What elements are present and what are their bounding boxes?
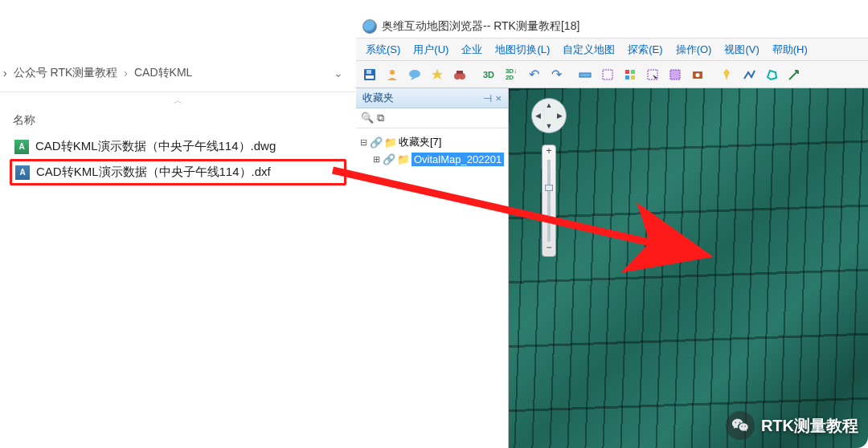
svg-point-4 xyxy=(409,70,420,78)
close-panel-icon[interactable]: × xyxy=(495,92,502,104)
tree-child[interactable]: ⊞ 🔗 📁 OvitalMap_202201 xyxy=(359,151,505,168)
star-icon[interactable] xyxy=(427,64,448,85)
redo-icon[interactable]: ↷ xyxy=(546,64,567,85)
chevron-right-icon: › xyxy=(124,67,128,79)
zoom-slider-track[interactable] xyxy=(547,160,551,242)
app-globe-icon xyxy=(362,19,377,34)
menu-custom-map[interactable]: 自定义地图 xyxy=(556,39,621,60)
path-icon[interactable] xyxy=(739,64,760,85)
polygon-icon[interactable] xyxy=(761,64,782,85)
zoom-out-icon[interactable]: − xyxy=(546,242,551,256)
file-name: CAD转KML演示数据（中央子午线114）.dwg xyxy=(35,139,276,154)
favorites-title: 收藏夹 xyxy=(362,91,394,105)
svg-point-6 xyxy=(459,73,465,79)
file-name: CAD转KML演示数据（中央子午线114）.dxf xyxy=(36,165,271,180)
menu-enterprise[interactable]: 企业 xyxy=(455,39,489,60)
folder-icon: 📁 xyxy=(384,136,397,149)
pin-panel-icon[interactable]: ⊣ xyxy=(483,92,492,104)
satellite-map-image xyxy=(509,88,868,448)
collapse-icon[interactable]: ⊟ xyxy=(359,137,368,148)
collapse-caret-icon[interactable]: ︿ xyxy=(0,92,356,107)
color-grid-icon[interactable] xyxy=(620,64,641,85)
grid-icon[interactable] xyxy=(597,64,618,85)
svg-rect-2 xyxy=(366,70,371,74)
tree-root-label: 收藏夹[7] xyxy=(399,135,441,149)
favorites-header: 收藏夹 ⊣ × xyxy=(356,88,508,108)
folder-icon: 📁 xyxy=(397,153,410,165)
file-item-dwg[interactable]: A CAD转KML演示数据（中央子午线114）.dwg xyxy=(10,134,346,159)
undo-icon[interactable]: ↶ xyxy=(523,64,544,85)
menu-explore[interactable]: 探索(E) xyxy=(621,39,669,60)
zoom-control[interactable]: + − xyxy=(542,145,556,257)
3d2d-icon[interactable]: 3D↓2D xyxy=(501,64,522,85)
screenshot-icon[interactable] xyxy=(687,64,708,85)
toolbar: 3D 3D↓2D ↶ ↷ xyxy=(356,61,868,88)
menu-system[interactable]: 系统(S) xyxy=(359,39,407,60)
svg-rect-1 xyxy=(366,75,374,79)
dwg-file-icon: A xyxy=(14,140,29,154)
layers-icon[interactable]: ⧉ xyxy=(377,112,384,124)
wechat-icon xyxy=(726,411,755,440)
pan-up-icon[interactable]: ▲ xyxy=(546,101,553,109)
search-icon[interactable]: 🔍 xyxy=(361,112,374,124)
breadcrumb[interactable]: › 公众号 RTK测量教程 › CAD转KML ⌄ xyxy=(0,55,356,92)
file-item-dxf[interactable]: A CAD转KML演示数据（中央子午线114）.dxf xyxy=(10,159,346,185)
title-bar: 奥维互动地图浏览器-- RTK测量教程[18] xyxy=(356,14,868,39)
column-header-name[interactable]: 名称 xyxy=(0,107,356,134)
breadcrumb-segment[interactable]: 公众号 RTK测量教程 xyxy=(14,66,118,80)
chevron-right-icon: › xyxy=(3,67,7,79)
map-browser-pane: 奥维互动地图浏览器-- RTK测量教程[18] 系统(S) 用户(U) 企业 地… xyxy=(356,0,868,448)
pan-control[interactable]: ▲ ▼ xyxy=(531,98,567,133)
link-icon: 🔗 xyxy=(383,153,395,165)
ruler-icon[interactable] xyxy=(575,64,596,85)
select-area-icon[interactable] xyxy=(665,64,686,85)
save-icon[interactable] xyxy=(359,64,380,85)
favorites-tree: ⊟ 🔗 📁 收藏夹[7] ⊞ 🔗 📁 OvitalMap_202201 xyxy=(356,128,508,173)
menu-view[interactable]: 视图(V) xyxy=(718,39,765,60)
zoom-slider-thumb[interactable] xyxy=(545,185,553,191)
chat-icon[interactable] xyxy=(404,64,425,85)
watermark-text: RTK测量教程 xyxy=(761,415,858,437)
pan-down-icon[interactable]: ▼ xyxy=(546,122,553,130)
map-view[interactable]: ▲ ▼ + − xyxy=(509,88,868,448)
svg-rect-15 xyxy=(670,70,680,79)
svg-rect-11 xyxy=(631,70,635,74)
tree-child-label: OvitalMap_202201 xyxy=(411,153,504,166)
svg-rect-13 xyxy=(631,75,635,79)
menu-map-switch[interactable]: 地图切换(L) xyxy=(489,39,556,60)
menu-help[interactable]: 帮助(H) xyxy=(766,39,814,60)
svg-rect-9 xyxy=(603,70,612,79)
user-icon[interactable] xyxy=(382,64,403,85)
tree-root[interactable]: ⊟ 🔗 📁 收藏夹[7] xyxy=(359,133,505,151)
breadcrumb-segment[interactable]: CAD转KML xyxy=(134,66,192,80)
menu-operate[interactable]: 操作(O) xyxy=(669,39,719,60)
svg-rect-10 xyxy=(625,70,629,74)
chevron-down-icon[interactable]: ⌄ xyxy=(334,67,343,79)
favorites-panel: 收藏夹 ⊣ × 🔍 ⧉ ⊟ 🔗 📁 收藏夹[7] ⊞ 🔗 📁 xyxy=(356,88,509,448)
menu-user[interactable]: 用户(U) xyxy=(407,39,455,60)
favorites-toolbar: 🔍 ⧉ xyxy=(356,108,508,128)
window-title: 奥维互动地图浏览器-- RTK测量教程[18] xyxy=(382,19,579,34)
link-icon: 🔗 xyxy=(370,136,383,149)
menu-bar: 系统(S) 用户(U) 企业 地图切换(L) 自定义地图 探索(E) 操作(O)… xyxy=(356,39,868,61)
svg-rect-12 xyxy=(625,75,629,79)
3d-icon[interactable]: 3D xyxy=(478,64,499,85)
file-list: A CAD转KML演示数据（中央子午线114）.dwg A CAD转KML演示数… xyxy=(0,134,356,185)
svg-rect-8 xyxy=(579,73,591,77)
svg-point-3 xyxy=(390,70,395,75)
file-explorer-pane: › 公众号 RTK测量教程 › CAD转KML ⌄ ︿ 名称 A CAD转KML… xyxy=(0,0,356,448)
svg-point-17 xyxy=(696,73,700,77)
dxf-file-icon: A xyxy=(15,165,30,180)
pin-icon[interactable] xyxy=(716,64,737,85)
select-icon[interactable] xyxy=(642,64,663,85)
watermark: RTK测量教程 xyxy=(726,411,858,440)
arrow-icon[interactable] xyxy=(784,64,805,85)
expand-icon[interactable]: ⊞ xyxy=(372,154,381,165)
binoculars-icon[interactable] xyxy=(449,64,470,85)
svg-rect-7 xyxy=(457,71,463,74)
zoom-in-icon[interactable]: + xyxy=(546,145,551,160)
